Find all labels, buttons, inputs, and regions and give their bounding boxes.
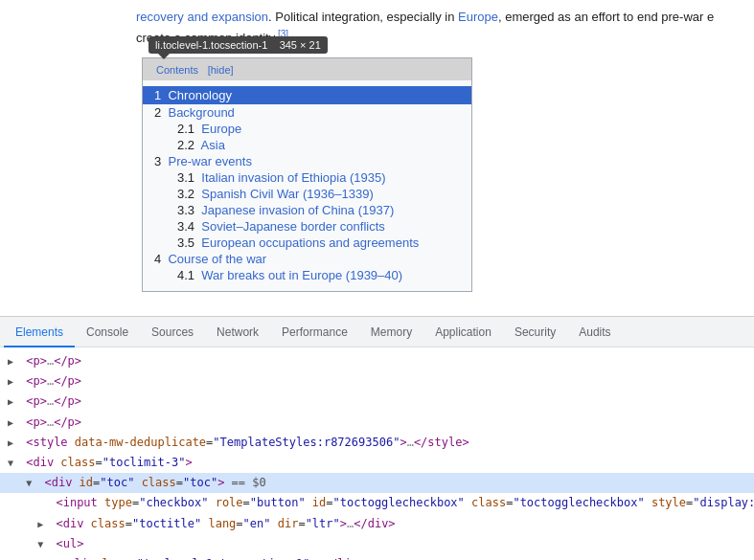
toc-item-2-2[interactable]: 2.2 Asia [177, 137, 460, 153]
toc-box: Contents [hide] 1 Chronology 2 Backgroun… [142, 57, 472, 292]
toc-link-3-4[interactable]: Soviet–Japanese border conflicts [201, 219, 385, 234]
dom-line-4[interactable]: <p>…</p> [0, 413, 754, 433]
toc-link-2[interactable]: Background [168, 105, 234, 120]
dom-line-1[interactable]: <p>…</p> [0, 351, 754, 371]
tab-memory[interactable]: Memory [359, 317, 423, 347]
toc-title-text: Contents [156, 64, 198, 76]
arrow-2[interactable] [8, 372, 19, 391]
dom-line-5[interactable]: <style data-mw-deduplicate="TemplateStyl… [0, 433, 754, 453]
toc-num-3-5: 3.5 [177, 235, 194, 250]
toc-num-1: 1 [154, 88, 161, 102]
toc-num-3-3: 3.3 [177, 203, 194, 217]
tab-sources[interactable]: Sources [140, 317, 205, 347]
toc-item-3[interactable]: 3 Pre-war events [154, 153, 460, 169]
dom-line-10[interactable]: <ul> [0, 534, 754, 554]
toc-num-3-2: 3.2 [177, 187, 194, 201]
article-link-europe[interactable]: Europe [458, 10, 498, 24]
toc-item-3-1[interactable]: 3.1 Italian invasion of Ethiopia (1935) [177, 169, 460, 186]
arrow-10[interactable] [37, 535, 49, 553]
toc-hide-link[interactable]: [hide] [208, 64, 234, 76]
tab-security[interactable]: Security [503, 317, 567, 347]
toc-link-2-2[interactable]: Asia [201, 138, 225, 152]
toc-num-4-1: 4.1 [177, 268, 194, 282]
toc-item-1[interactable]: 1 Chronology [143, 86, 471, 104]
dom-line-7[interactable]: <div id="toc" class="toc"> == $0 [0, 473, 754, 493]
toc-link-2-1[interactable]: Europe [201, 122, 241, 136]
toc-num-3-1: 3.1 [177, 170, 194, 185]
toc-item-2[interactable]: 2 Background [154, 104, 460, 121]
tooltip-size: 345 × 21 [280, 39, 321, 51]
toc-item-4-1[interactable]: 4.1 War breaks out in Europe (1939–40) [177, 267, 460, 283]
dom-line-9[interactable]: <div class="toctitle" lang="en" dir="ltr… [0, 514, 754, 534]
toc-num-2-1: 2.1 [177, 122, 194, 136]
toc-link-4-1[interactable]: War breaks out in Europe (1939–40) [201, 268, 402, 282]
arrow-4[interactable] [8, 414, 19, 432]
article-line1: recovery and expansion. Political integr… [136, 10, 714, 24]
dom-line-2[interactable]: <p>…</p> [0, 371, 754, 392]
toc-num-2-2: 2.2 [177, 138, 194, 152]
dom-line-6[interactable]: <div class="toclimit-3"> [0, 453, 754, 473]
toc-item-4[interactable]: 4 Course of the war [154, 251, 460, 267]
toc-num-3: 3 [154, 154, 161, 168]
devtools-tab-bar: Elements Console Sources Network Perform… [0, 317, 754, 347]
tab-application[interactable]: Application [423, 317, 503, 347]
arrow-5[interactable] [8, 434, 19, 452]
dom-line-3[interactable]: <p>…</p> [0, 392, 754, 412]
arrow-11[interactable] [49, 555, 60, 560]
toc-link-3-2[interactable]: Spanish Civil War (1936–1339) [201, 187, 373, 201]
devtools-content[interactable]: <p>…</p> <p>…</p> <p>…</p> <p>…</p> <sty… [0, 347, 754, 560]
toc-link-3-3[interactable]: Japanese invasion of China (1937) [201, 203, 394, 217]
tab-audits[interactable]: Audits [567, 317, 622, 347]
inspect-tooltip: li.toclevel-1.tocsection-1 345 × 21 [149, 36, 328, 54]
arrow-9[interactable] [37, 515, 49, 533]
tab-performance[interactable]: Performance [270, 317, 359, 347]
toc-num-3-4: 3.4 [177, 219, 194, 234]
toc-item-3-2[interactable]: 3.2 Spanish Civil War (1936–1339) [177, 186, 460, 202]
devtools-panel: Elements Console Sources Network Perform… [0, 316, 754, 560]
article-text: recovery and expansion. Political integr… [11, 8, 743, 47]
arrow-7[interactable] [26, 474, 37, 492]
tooltip-label: li.toclevel-1.tocsection-1 [155, 39, 267, 51]
arrow-3[interactable] [8, 392, 19, 411]
toc-title[interactable]: Contents [hide] [143, 58, 471, 80]
dom-line-8[interactable]: <input type="checkbox" role="button" id=… [0, 493, 754, 513]
toc-link-1[interactable]: Chronology [168, 88, 232, 102]
tab-console[interactable]: Console [75, 317, 140, 347]
toc-num-2: 2 [154, 105, 161, 120]
dom-line-11[interactable]: <li class="toclevel-1 tocsection-1">…</l… [0, 554, 754, 560]
article-link-recovery[interactable]: recovery and expansion [136, 10, 268, 24]
toc-item-3-4[interactable]: 3.4 Soviet–Japanese border conflicts [177, 218, 460, 235]
toc-link-3-5[interactable]: European occupations and agreements [201, 235, 419, 250]
toc-item-3-5[interactable]: 3.5 European occupations and agreements [177, 235, 460, 251]
toc-num-4: 4 [154, 252, 161, 266]
arrow-1[interactable] [8, 352, 19, 370]
arrow-6[interactable] [8, 454, 19, 472]
tab-network[interactable]: Network [205, 317, 270, 347]
toc-item-2-1[interactable]: 2.1 Europe [177, 121, 460, 137]
toc-link-3-1[interactable]: Italian invasion of Ethiopia (1935) [201, 170, 385, 185]
tab-elements[interactable]: Elements [4, 317, 75, 347]
toc-item-3-3[interactable]: 3.3 Japanese invasion of China (1937) [177, 202, 460, 218]
toc-link-3[interactable]: Pre-war events [168, 154, 251, 168]
toc-link-4[interactable]: Course of the war [168, 252, 266, 266]
article-area: recovery and expansion. Political integr… [0, 0, 754, 316]
